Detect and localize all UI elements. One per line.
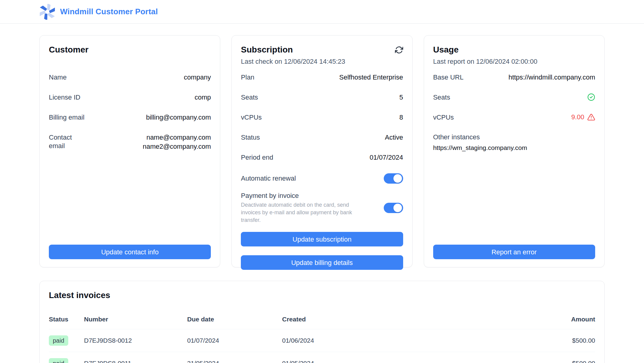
status-value: Active bbox=[385, 133, 403, 142]
seats-value: 5 bbox=[399, 93, 403, 102]
subscription-plan-row: Plan Selfhosted Enterprise bbox=[241, 73, 403, 82]
invoice-due-date: 31/05/2024 bbox=[187, 360, 274, 363]
other-instances-value: https://wm_staging.company.com bbox=[433, 144, 595, 152]
period-end-value: 01/07/2024 bbox=[370, 153, 403, 162]
usage-last-report: Last report on 12/06/2024 02:00:00 bbox=[433, 57, 595, 66]
report-an-error-button[interactable]: Report an error bbox=[433, 245, 595, 259]
subscription-card-title: Subscription bbox=[241, 44, 293, 56]
customer-billing-email-value: billing@company.com bbox=[146, 113, 211, 122]
customer-name-value: company bbox=[184, 73, 211, 82]
invoice-created: 01/05/2024 bbox=[282, 360, 526, 363]
customer-card-title: Customer bbox=[49, 44, 211, 56]
usage-card: Usage Last report on 12/06/2024 02:00:00… bbox=[424, 35, 605, 267]
invoice-created: 01/06/2024 bbox=[282, 337, 526, 344]
period-end-label: Period end bbox=[241, 153, 273, 162]
top-bar: Windmill Customer Portal bbox=[0, 0, 644, 24]
subscription-card: Subscription Last check on 12/06/2024 14… bbox=[231, 35, 412, 267]
usage-base-url-row: Base URL https://windmill.company.com bbox=[433, 73, 595, 82]
update-billing-details-button[interactable]: Update billing details bbox=[241, 255, 403, 270]
update-contact-info-button[interactable]: Update contact info bbox=[49, 245, 211, 259]
main-content: Customer Name company License ID comp Bi… bbox=[0, 24, 644, 363]
payment-by-invoice-row: Payment by invoice Deactivate automatic … bbox=[241, 192, 403, 224]
payment-by-invoice-description: Deactivate automatic debit on the card, … bbox=[241, 201, 354, 224]
seats-label: Seats bbox=[241, 93, 258, 102]
automatic-renewal-row: Automatic renewal bbox=[241, 173, 403, 184]
warning-triangle-icon bbox=[587, 113, 595, 121]
usage-card-title: Usage bbox=[433, 44, 595, 56]
customer-card: Customer Name company License ID comp Bi… bbox=[39, 35, 220, 267]
base-url-label: Base URL bbox=[433, 73, 464, 82]
windmill-logo-icon bbox=[39, 4, 55, 20]
status-label: Status bbox=[241, 133, 260, 142]
base-url-value: https://windmill.company.com bbox=[508, 73, 595, 82]
status-badge: paid bbox=[49, 335, 68, 346]
col-amount: Amount bbox=[534, 316, 595, 323]
customer-contact-email-1: name@company.com bbox=[143, 133, 211, 142]
usage-vcpus-value: 9.00 bbox=[571, 113, 584, 121]
latest-invoices-card: Latest invoices Status Number Due date C… bbox=[39, 281, 605, 363]
usage-seats-label: Seats bbox=[433, 93, 450, 102]
subscription-status-row: Status Active bbox=[241, 133, 403, 142]
app-title: Windmill Customer Portal bbox=[60, 7, 158, 16]
payment-by-invoice-label: Payment by invoice bbox=[241, 192, 354, 200]
customer-name-label: Name bbox=[49, 73, 67, 82]
customer-name-row: Name company bbox=[49, 73, 211, 82]
subscription-vcpus-row: vCPUs 8 bbox=[241, 113, 403, 122]
usage-seats-row: Seats bbox=[433, 93, 595, 102]
plan-label: Plan bbox=[241, 73, 254, 82]
subscription-seats-row: Seats 5 bbox=[241, 93, 403, 102]
latest-invoices-title: Latest invoices bbox=[49, 290, 595, 301]
refresh-icon[interactable] bbox=[395, 46, 403, 54]
usage-vcpus-row: vCPUs 9.00 bbox=[433, 113, 595, 122]
usage-other-instances-row: Other instances https://wm_staging.compa… bbox=[433, 133, 595, 152]
col-status: Status bbox=[49, 316, 76, 323]
customer-contact-email-label: Contact email bbox=[49, 133, 77, 150]
plan-value: Selfhosted Enterprise bbox=[339, 73, 403, 82]
payment-by-invoice-toggle[interactable] bbox=[384, 203, 403, 213]
customer-billing-email-label: Billing email bbox=[49, 113, 84, 122]
col-due-date: Due date bbox=[187, 316, 274, 323]
invoice-row: paid D7EJ9DS8-0012 01/07/2024 01/06/2024… bbox=[49, 329, 595, 352]
customer-contact-email-row: Contact email name@company.com name2@com… bbox=[49, 133, 211, 151]
customer-contact-email-2: name2@company.com bbox=[143, 142, 211, 151]
invoices-table: Status Number Due date Created Amount pa… bbox=[49, 316, 595, 363]
subscription-last-check: Last check on 12/06/2024 14:45:23 bbox=[241, 57, 403, 66]
customer-license-row: License ID comp bbox=[49, 93, 211, 102]
automatic-renewal-toggle[interactable] bbox=[384, 173, 403, 184]
col-created: Created bbox=[282, 316, 526, 323]
usage-vcpus-label: vCPUs bbox=[433, 113, 454, 122]
customer-license-label: License ID bbox=[49, 93, 80, 102]
check-circle-icon bbox=[587, 93, 595, 101]
invoice-due-date: 01/07/2024 bbox=[187, 337, 274, 344]
update-subscription-button[interactable]: Update subscription bbox=[241, 232, 403, 246]
invoice-amount: $500.00 bbox=[534, 337, 595, 344]
col-number: Number bbox=[84, 316, 179, 323]
subscription-period-end-row: Period end 01/07/2024 bbox=[241, 153, 403, 162]
invoices-table-header: Status Number Due date Created Amount bbox=[49, 316, 595, 329]
other-instances-label: Other instances bbox=[433, 133, 595, 141]
status-badge: paid bbox=[49, 358, 68, 363]
vcpus-value: 8 bbox=[399, 113, 403, 122]
invoice-number: D7EJ9DS8-0012 bbox=[84, 337, 179, 344]
customer-license-value: comp bbox=[195, 93, 211, 102]
vcpus-label: vCPUs bbox=[241, 113, 261, 122]
invoice-number: D7EJ9DS8-0011 bbox=[84, 360, 179, 363]
invoice-amount: $500.00 bbox=[534, 360, 595, 363]
invoice-row: paid D7EJ9DS8-0011 31/05/2024 01/05/2024… bbox=[49, 352, 595, 363]
automatic-renewal-label: Automatic renewal bbox=[241, 174, 296, 183]
customer-billing-email-row: Billing email billing@company.com bbox=[49, 113, 211, 122]
